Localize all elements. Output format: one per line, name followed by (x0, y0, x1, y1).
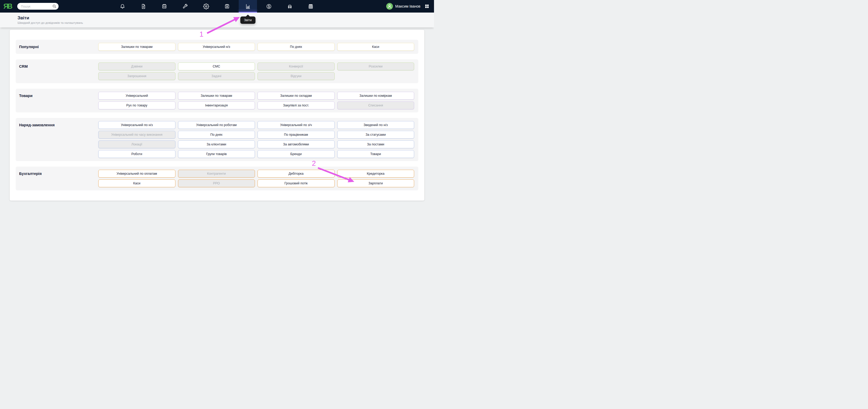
nav-item-finance[interactable] (259, 0, 278, 12)
section-grid: Універсальний по н/зУніверсальний по роб… (98, 121, 414, 158)
report-button[interactable]: За постами (337, 140, 414, 148)
report-button[interactable]: Універсальний н/з (178, 43, 255, 51)
user-area: Максим Іванов (386, 0, 429, 12)
section-grid: УніверсальнийЗалишки по товарамЗалишки п… (98, 92, 414, 109)
report-button[interactable]: По днях (178, 131, 255, 138)
wrench-icon (182, 3, 188, 9)
apps-grid-icon[interactable] (425, 4, 429, 9)
report-button[interactable]: Дебіторка (257, 170, 335, 178)
report-button[interactable]: Каси (98, 179, 176, 187)
report-button[interactable]: По працівникам (257, 131, 335, 138)
report-button[interactable]: Зведений по н/з (337, 121, 414, 129)
bell-icon (120, 3, 125, 9)
report-button[interactable]: Товари (337, 150, 414, 158)
report-button: Задачі (178, 72, 255, 80)
nav-item-settings[interactable] (197, 0, 215, 12)
app-logo[interactable]: ЯВ (3, 2, 11, 11)
page-header: Звіти Швидкий доступ до довідників та на… (0, 12, 434, 28)
report-button: Універсальний по часу виконання (98, 131, 176, 138)
report-button[interactable]: Кредиторка (337, 170, 414, 178)
section-2: CRMДзвінкиСМСКонверсіїРозсилкиЗапрошення… (16, 59, 418, 83)
section-grid: ДзвінкиСМСКонверсіїРозсилкиЗапрошенняЗад… (98, 63, 414, 80)
section-label: Бухгалтерія (16, 170, 98, 178)
bar-chart-icon (245, 3, 251, 9)
page-subtitle: Швидкий доступ до довідників та налаштув… (18, 21, 83, 24)
report-button: Відгуки (257, 72, 335, 80)
report-button[interactable]: Залишки по товарам (178, 92, 255, 100)
nav-item-notifications[interactable] (113, 0, 131, 12)
report-button[interactable]: Роботи (98, 150, 176, 158)
report-button[interactable]: Залишки по коміркам (337, 92, 414, 100)
report-button[interactable]: Універсальний (98, 92, 176, 100)
section-grid: Універсальний по оплатамКонтрагентиДебіт… (98, 170, 414, 187)
nav-item-vehicles[interactable] (281, 0, 299, 12)
nav-items (112, 0, 321, 12)
report-button[interactable]: За клієнтами (178, 140, 255, 148)
section-label: Популярні (16, 43, 98, 51)
report-button[interactable]: Групи товарів (178, 150, 255, 158)
section-label: CRM (16, 63, 98, 70)
section-1: ПопулярніЗалишки по товарамУніверсальний… (16, 40, 418, 54)
dollar-circle-icon (266, 3, 272, 9)
report-button[interactable]: За статусами (337, 131, 414, 138)
nav-item-tables[interactable] (302, 0, 320, 12)
report-button[interactable]: За автомобілями (257, 140, 335, 148)
report-button[interactable]: Зарплати (337, 179, 414, 187)
report-button: Дзвінки (98, 63, 176, 70)
car-icon (287, 3, 293, 9)
report-button: Конверсії (257, 63, 335, 70)
report-button[interactable]: Інвентаризація (178, 101, 255, 109)
report-button[interactable]: Каси (337, 43, 414, 51)
calendar-person-icon (224, 3, 230, 9)
search-box (17, 3, 59, 10)
report-button[interactable]: Грошовий потік (257, 179, 335, 187)
gear-icon (203, 3, 209, 9)
reports-tooltip: Звіти (240, 17, 255, 24)
nav-item-orders[interactable] (155, 0, 173, 12)
reports-card: ПопулярніЗалишки по товарамУніверсальний… (10, 30, 424, 200)
file-plus-icon (141, 3, 147, 9)
table-icon (308, 3, 314, 9)
report-button: Локації (98, 140, 176, 148)
report-button[interactable]: Бренди (257, 150, 335, 158)
section-5: БухгалтеріяУніверсальний по оплатамКонтр… (16, 166, 418, 190)
report-button: Запрошення (98, 72, 176, 80)
section-3: ТовариУніверсальнийЗалишки по товарамЗал… (16, 89, 418, 113)
report-button[interactable]: Універсальний по н/з (98, 121, 176, 129)
report-button[interactable]: СМС (178, 63, 255, 70)
nav-item-reports[interactable] (239, 0, 257, 12)
user-avatar[interactable] (386, 3, 393, 10)
section-label: Товари (16, 92, 98, 100)
top-nav: ЯВ Максим Іванов (0, 0, 434, 12)
report-button: Списання (337, 101, 414, 109)
report-button[interactable]: По днях (257, 43, 335, 51)
report-button: Контрагенти (178, 170, 255, 178)
report-button[interactable]: Закупівлі за пост. (257, 101, 335, 109)
report-button[interactable]: Універсальний по оплатам (98, 170, 176, 178)
page-title: Звіти (18, 15, 29, 21)
report-button: Розсилки (337, 63, 414, 70)
nav-item-schedule[interactable] (218, 0, 236, 12)
search-icon (52, 4, 57, 8)
search-input[interactable] (21, 3, 52, 10)
clipboard-check-icon (161, 3, 167, 9)
section-4: Наряд-замовленняУніверсальний по н/зУнів… (16, 118, 418, 161)
report-button[interactable]: Універсальний по з/ч (257, 121, 335, 129)
nav-item-new-document[interactable] (134, 0, 152, 12)
nav-item-workshop[interactable] (176, 0, 194, 12)
report-button: РРО (178, 179, 255, 187)
user-name: Максим Іванов (395, 4, 421, 8)
section-grid: Залишки по товарамУніверсальний н/зПо дн… (98, 43, 414, 51)
section-label: Наряд-замовлення (16, 121, 98, 129)
report-button[interactable]: Залишки по складам (257, 92, 335, 100)
report-button[interactable]: Універсальний по роботам (178, 121, 255, 129)
report-button[interactable]: Залишки по товарам (98, 43, 176, 51)
report-button[interactable]: Рух по товару (98, 101, 176, 109)
